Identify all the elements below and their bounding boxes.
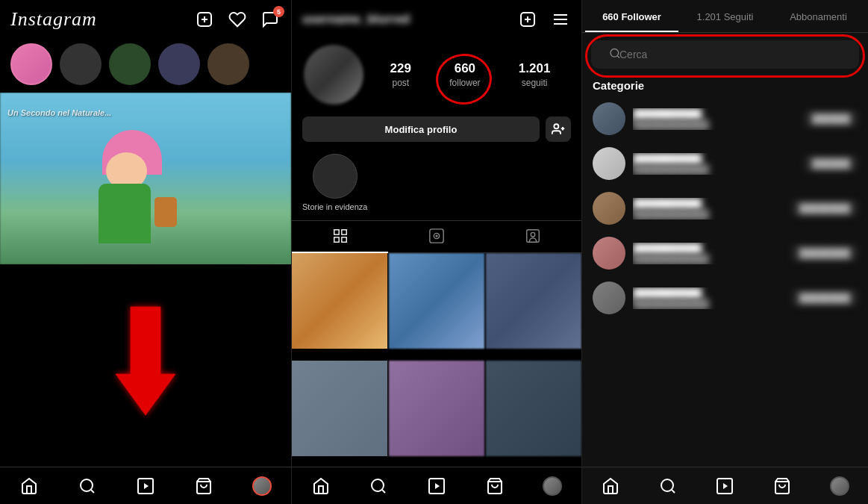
follower-remove-button[interactable]: ██████ — [805, 111, 858, 127]
story-avatar — [207, 43, 249, 85]
tab-following[interactable]: 1.201 Seguiti — [678, 2, 772, 32]
search-input[interactable] — [591, 40, 859, 69]
search-container — [582, 33, 868, 73]
follower-sub: ████████████ — [633, 299, 784, 309]
nav-reels-icon[interactable] — [136, 476, 155, 496]
story-item[interactable] — [60, 43, 102, 85]
tab-tagged[interactable] — [485, 220, 581, 253]
search-icon — [609, 48, 621, 62]
follower-follow-button[interactable]: ████████ — [792, 290, 858, 306]
story-item[interactable] — [109, 43, 151, 85]
story-avatar — [10, 43, 52, 85]
nav-shop-icon[interactable] — [485, 476, 505, 496]
svg-rect-25 — [527, 230, 540, 243]
nav-profile-avatar[interactable] — [543, 476, 562, 496]
grid-cell[interactable] — [486, 253, 581, 349]
story-item[interactable] — [158, 43, 200, 85]
following-stat[interactable]: 1.201 seguiti — [519, 61, 551, 88]
follower-item[interactable]: ██████████ ████████████ ████████ — [582, 186, 868, 231]
follower-avatar — [593, 281, 625, 314]
nav-home-icon[interactable] — [19, 476, 39, 496]
tab-reels[interactable] — [388, 220, 484, 253]
mid-tabs — [292, 220, 581, 253]
follower-info: ██████████ ████████████ — [633, 198, 784, 220]
follower-remove-button[interactable]: ██████ — [805, 155, 858, 172]
followers-label: follower — [449, 78, 480, 88]
follower-item[interactable]: ██████████ ████████████ ████████ — [582, 276, 868, 320]
character-body — [99, 184, 151, 243]
mid-navbar — [292, 467, 581, 504]
right-panel: 660 Follower 1.201 Seguiti Abbonamenti C… — [582, 0, 868, 504]
create-button[interactable] — [194, 9, 215, 30]
posts-label: post — [392, 78, 409, 88]
follower-item[interactable]: ██████████ ████████████ ████████ — [582, 231, 868, 276]
follower-item[interactable]: ██████████ ████████████ ██████ — [582, 141, 868, 186]
stats-numbers: 229 post 660 follower 1.201 seguiti — [371, 61, 569, 88]
nav-profile-avatar[interactable] — [252, 476, 272, 496]
menu-button[interactable] — [550, 9, 571, 30]
follower-name: ██████████ — [633, 287, 784, 299]
posts-stat[interactable]: 229 post — [390, 61, 411, 88]
profile-pic[interactable] — [304, 45, 363, 105]
highlight-item[interactable]: Storie in evidenza — [302, 154, 367, 211]
tab-followers[interactable]: 660 Follower — [585, 2, 678, 32]
nav-search-icon[interactable] — [658, 476, 678, 496]
follower-name: ██████████ — [633, 243, 784, 254]
grid-cell[interactable] — [292, 361, 387, 456]
following-count: 1.201 — [519, 61, 551, 76]
follower-info: ██████████ ████████████ — [633, 153, 797, 175]
highlight-label: Storie in evidenza — [302, 202, 367, 211]
svg-marker-30 — [435, 483, 440, 489]
profile-stats-row: 229 post 660 follower 1.201 seguiti — [292, 39, 581, 113]
grid-cell[interactable] — [486, 361, 581, 456]
nav-profile-avatar[interactable] — [830, 476, 849, 496]
follower-sub: ████████████ — [633, 254, 784, 264]
follower-info: ██████████ ████████████ — [633, 287, 784, 309]
followers-stat[interactable]: 660 follower — [449, 61, 480, 88]
nav-reels-icon[interactable] — [715, 476, 734, 496]
left-navbar — [0, 467, 291, 504]
follower-follow-button[interactable]: ████████ — [792, 245, 858, 261]
svg-point-15 — [554, 124, 558, 128]
add-person-button[interactable] — [546, 116, 571, 142]
categories-label: Categorie — [582, 73, 868, 96]
grid-cell[interactable] — [292, 253, 387, 349]
follower-info: ██████████ ████████████ — [633, 243, 784, 264]
story-item[interactable] — [10, 43, 52, 85]
search-input-wrapper — [591, 40, 859, 69]
svg-rect-21 — [341, 237, 346, 242]
grid-cell[interactable] — [389, 253, 484, 349]
middle-panel: username_blurred — [291, 0, 582, 504]
posts-count: 229 — [390, 61, 411, 76]
nav-home-icon[interactable] — [311, 476, 331, 496]
nav-shop-icon[interactable] — [772, 476, 792, 496]
svg-marker-3 — [116, 307, 175, 415]
heart-button[interactable] — [227, 9, 248, 30]
follower-avatar — [593, 102, 625, 135]
grid-cell[interactable] — [389, 361, 484, 456]
nav-home-icon[interactable] — [601, 476, 620, 496]
following-label: seguiti — [522, 78, 548, 88]
follower-name: ██████████ — [633, 108, 797, 119]
instagram-logo: Instagram — [10, 8, 97, 31]
follower-item[interactable]: ██████████ ████████████ ██████ — [582, 96, 868, 141]
svg-point-26 — [531, 232, 536, 237]
tab-grid[interactable] — [292, 220, 388, 253]
nav-shop-icon[interactable] — [194, 476, 213, 496]
follower-follow-button[interactable]: ████████ — [792, 200, 858, 217]
post-card: Un Secondo nel Naturale... — [0, 93, 291, 264]
messages-button[interactable]: 5 — [260, 9, 281, 30]
svg-point-27 — [372, 479, 384, 491]
nav-search-icon[interactable] — [369, 476, 388, 496]
nav-reels-icon[interactable] — [427, 476, 446, 496]
edit-profile-button[interactable]: Modifica profilo — [302, 116, 540, 142]
add-post-button[interactable] — [517, 9, 538, 30]
nav-search-icon[interactable] — [78, 476, 97, 496]
svg-line-28 — [382, 489, 385, 492]
story-item[interactable] — [207, 43, 249, 85]
follower-sub: ████████████ — [633, 119, 797, 130]
left-topbar-icons: 5 — [194, 9, 281, 30]
follower-name: ██████████ — [633, 198, 784, 209]
svg-point-24 — [436, 235, 437, 237]
tab-subscriptions[interactable]: Abbonamenti — [772, 2, 865, 32]
